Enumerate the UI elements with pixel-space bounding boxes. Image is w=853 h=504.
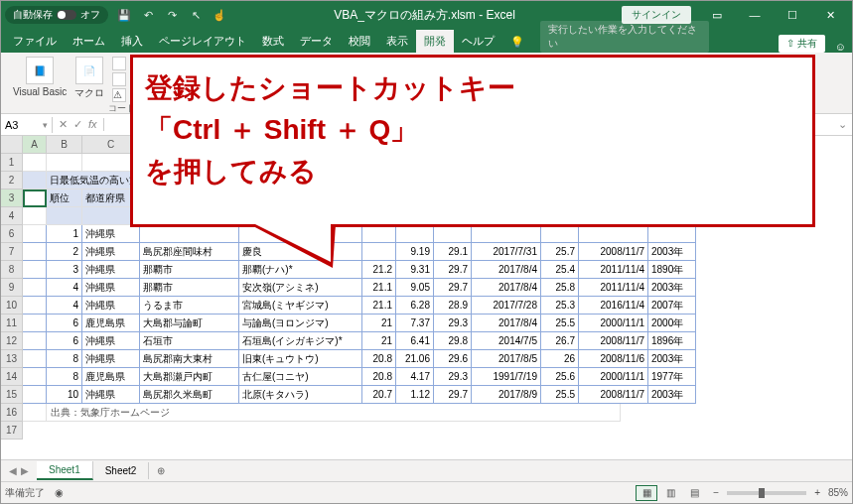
row-header[interactable]: 14 (1, 368, 23, 386)
enter-icon[interactable]: ✓ (73, 118, 82, 131)
tab-file[interactable]: ファイル (5, 30, 65, 53)
table-row[interactable]: 2沖縄県島尻郡座間味村慶良9.1929.12017/7/3125.72008/1… (23, 243, 852, 261)
sheet-nav[interactable]: ◀▶ (1, 465, 37, 476)
table-row[interactable]: 6鹿児島県大島郡与論町与論島(ヨロンジマ)217.3729.32017/8/42… (23, 315, 852, 332)
vb-label: Visual Basic (13, 86, 67, 97)
window-buttons: ▭ — ☐ ✕ (699, 3, 848, 27)
tab-page-layout[interactable]: ページレイアウト (151, 30, 254, 53)
row-header[interactable]: 13 (1, 350, 23, 368)
col-header[interactable]: D (140, 136, 239, 154)
tab-home[interactable]: ホーム (65, 30, 113, 53)
redo-icon[interactable]: ↷ (164, 7, 180, 23)
undo-icon[interactable]: ↶ (140, 7, 156, 23)
record-icon (112, 57, 126, 70)
sheet-tab-2[interactable]: Sheet2 (93, 462, 150, 479)
col-header[interactable]: K (579, 136, 648, 154)
add-sheet-button[interactable]: ⊕ (149, 465, 173, 476)
row-header[interactable]: 3 (1, 189, 23, 207)
table-row[interactable]: 3沖縄県那覇市那覇(ナハ)*21.29.3129.72017/8/425.420… (23, 261, 852, 279)
tab-formulas[interactable]: 数式 (254, 30, 292, 53)
page-layout-view-icon[interactable]: ▥ (659, 485, 681, 501)
table-row[interactable]: 10沖縄県島尻郡久米島町北原(キタハラ)20.71.1229.72017/8/9… (23, 386, 852, 404)
macro-record-icon[interactable]: ◉ (55, 487, 64, 498)
name-box[interactable]: A3 ▾ (1, 117, 53, 133)
touch-icon[interactable]: ☝ (212, 7, 227, 23)
table-row[interactable]: 4沖縄県那覇市安次嶺(アシミネ)21.19.0529.72017/8/425.8… (23, 279, 852, 297)
nav-prev-icon[interactable]: ◀ (9, 465, 17, 476)
row-header[interactable]: 17 (1, 422, 23, 440)
close-icon[interactable]: ✕ (812, 3, 848, 27)
cells-area[interactable]: 日最低気温の高い方から 順位都道府県 1沖縄県2沖縄県島尻郡座間味村慶良9.19… (23, 154, 852, 422)
row-header[interactable]: 9 (1, 279, 23, 297)
macros-button[interactable]: 📄 マクロ (74, 57, 104, 102)
table-row[interactable]: 6沖縄県石垣市石垣島(イシガキジマ)*216.4129.82014/7/526.… (23, 332, 852, 350)
col-header[interactable]: J (541, 136, 579, 154)
row-header[interactable]: 1 (1, 154, 23, 172)
zoom-out-icon[interactable]: − (713, 487, 719, 498)
row-header[interactable]: 7 (1, 243, 23, 261)
col-pref: 都道府県 (82, 189, 140, 207)
feedback-icon[interactable]: ☺ (835, 41, 846, 53)
sheet-tab-1[interactable]: Sheet1 (37, 461, 93, 480)
col-header[interactable]: C (82, 136, 140, 154)
col-rank: 順位 (47, 189, 82, 207)
expand-formula-icon[interactable]: ⌄ (832, 118, 852, 131)
zoom-slider[interactable] (727, 491, 806, 495)
macro-label: マクロ (74, 86, 104, 100)
tab-developer[interactable]: 開発 (416, 30, 454, 53)
row-header[interactable]: 2 (1, 172, 23, 189)
ribbon-group-code: 📘 Visual Basic 📄 マクロ マクロの記録 相対参照で記録 ⚠マクロ… (7, 57, 236, 109)
row-header[interactable]: 16 (1, 404, 23, 422)
status-bar: 準備完了 ◉ ▦ ▥ ▤ − + 85% (1, 481, 852, 503)
tab-view[interactable]: 表示 (378, 30, 416, 53)
maximize-icon[interactable]: ☐ (775, 3, 810, 27)
col-header[interactable]: B (47, 136, 82, 154)
zoom-in-icon[interactable]: + (814, 487, 820, 498)
col-header[interactable]: A (23, 136, 47, 154)
table-row[interactable]: 8鹿児島県大島郡瀬戸内町古仁屋(コニヤ)20.84.1729.31991/7/1… (23, 368, 852, 386)
cancel-icon[interactable]: ✕ (59, 118, 68, 131)
minimize-icon[interactable]: — (737, 3, 773, 27)
row-header[interactable]: 12 (1, 332, 23, 350)
formula-input[interactable] (104, 123, 832, 127)
ribbon-developer: 📘 Visual Basic 📄 マクロ マクロの記録 相対参照で記録 ⚠マクロ… (1, 53, 852, 114)
table-row[interactable]: 4沖縄県うるま市宮城島(ミヤギジマ)21.16.2828.92017/7/282… (23, 297, 852, 315)
worksheet-grid[interactable]: 1 2 3 4 6 7 8 9 10 11 12 13 14 15 16 17 … (1, 136, 852, 459)
normal-view-icon[interactable]: ▦ (636, 485, 657, 501)
tab-review[interactable]: 校閲 (341, 30, 378, 53)
save-icon[interactable]: 💾 (116, 7, 132, 23)
col-header[interactable]: G (396, 136, 434, 154)
row-header[interactable]: 11 (1, 315, 23, 332)
col-header[interactable]: I (472, 136, 541, 154)
page-break-view-icon[interactable]: ▤ (683, 485, 705, 501)
select-all-corner[interactable] (1, 136, 23, 154)
col-header[interactable]: F (362, 136, 396, 154)
macro-security-button[interactable]: ⚠マクロのセキュリティ (112, 88, 229, 102)
table-title: 日最低気温の高い方から (47, 172, 621, 189)
record-macro-button[interactable]: マクロの記録 (112, 57, 229, 70)
row-header[interactable]: 15 (1, 386, 23, 404)
row-header[interactable]: 8 (1, 261, 23, 279)
share-button[interactable]: ⇧ 共有 (779, 35, 825, 53)
tab-help[interactable]: ヘルプ (454, 30, 502, 53)
col-header[interactable]: H (434, 136, 472, 154)
auto-save-toggle[interactable]: 自動保存 オフ (5, 6, 108, 24)
row-header[interactable]: 6 (1, 225, 23, 243)
active-cell[interactable] (23, 189, 47, 207)
relative-ref-button[interactable]: 相対参照で記録 (112, 72, 229, 86)
visual-basic-button[interactable]: 📘 Visual Basic (13, 57, 67, 102)
tell-me-search[interactable]: 実行したい作業を入力してください (540, 21, 709, 53)
pointer-icon[interactable]: ↖ (188, 7, 204, 23)
status-ready: 準備完了 (5, 486, 45, 500)
tab-data[interactable]: データ (292, 30, 341, 53)
col-header[interactable]: E (239, 136, 362, 154)
table-row[interactable]: 1沖縄県 (23, 225, 852, 243)
row-header[interactable]: 4 (1, 207, 23, 225)
row-header[interactable]: 10 (1, 297, 23, 315)
col-header[interactable]: L (648, 136, 696, 154)
fx-icon[interactable]: fx (88, 118, 97, 131)
table-row[interactable]: 8沖縄県島尻郡南大東村旧東(キュウトウ)20.821.0629.62017/8/… (23, 350, 852, 368)
tab-insert[interactable]: 挿入 (113, 30, 151, 53)
zoom-level[interactable]: 85% (828, 487, 848, 498)
nav-next-icon[interactable]: ▶ (21, 465, 29, 476)
